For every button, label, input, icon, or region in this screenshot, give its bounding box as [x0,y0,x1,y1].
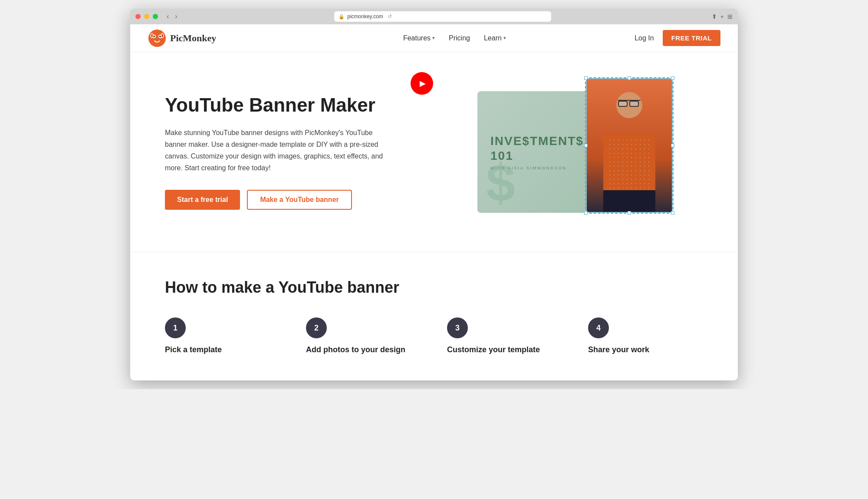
glasses-right-lens [629,101,639,107]
nav-features[interactable]: Features ▾ [403,34,435,42]
svg-point-0 [148,30,166,47]
close-window-button[interactable] [135,14,141,19]
hero-description: Make stunning YouTube banner designs wit… [165,127,391,174]
step-4: 4 Share your work [588,317,703,354]
step-3: 3 Customize your template [447,317,562,354]
minimize-window-button[interactable] [144,14,149,19]
svg-point-6 [161,33,164,38]
start-free-trial-button[interactable]: Start a free trial [165,190,240,210]
features-chevron-icon: ▾ [432,35,435,41]
steps-row: 1 Pick a template 2 Add photos to your d… [165,317,703,354]
page-content: PicMonkey Features ▾ Pricing Learn ▾ Log… [130,24,738,380]
logo-icon [148,29,167,48]
browser-window: ‹ › 🔒 picmonkey.com ↺ ⬆ + ⊞ [130,9,738,380]
hero-title: YouTube Banner Maker [165,94,391,116]
step-2: 2 Add photos to your design [306,317,421,354]
step-label-3: Customize your template [447,345,540,354]
maximize-window-button[interactable] [153,14,158,19]
step-number-3: 3 [447,317,468,338]
shirt-pattern [608,138,651,190]
share-button[interactable]: ⬆ [712,13,717,20]
person-cutout [586,78,673,213]
login-button[interactable]: Log In [635,34,654,42]
open-tabs-button[interactable]: ⊞ [727,13,733,20]
how-to-title: How to make a YouTube banner [165,278,703,297]
svg-point-5 [151,33,153,38]
step-label-1: Pick a template [165,345,222,354]
youtube-play-icon: ▶ [420,79,426,88]
reload-icon[interactable]: ↺ [388,13,392,20]
browser-titlebar: ‹ › 🔒 picmonkey.com ↺ ⬆ + ⊞ [130,9,738,24]
glasses-left-lens [618,101,628,107]
person-glasses [618,100,641,106]
banner-mockup: INVE$TMENT$ 101 WITH AISIA SIMMONDSON $ [477,91,660,213]
person-shirt [603,134,655,195]
browser-nav-controls: ‹ › [165,12,179,21]
nav-links: Features ▾ Pricing Learn ▾ [403,34,506,42]
how-to-section: How to make a YouTube banner 1 Pick a te… [130,252,738,380]
hero-visual: ▶ INVE$TMENT$ 101 WITH AISIA SIMMONDSON … [417,78,720,226]
security-icon: 🔒 [339,14,345,20]
learn-chevron-icon: ▾ [503,35,506,41]
logo-text: PicMonkey [170,33,216,44]
banner-dollar-bg: $ [486,156,515,208]
hero-buttons: Start a free trial Make a YouTube banner [165,190,391,210]
step-label-4: Share your work [588,345,649,354]
nav-actions: Log In FREE TRIAL [635,30,720,46]
step-number-1: 1 [165,317,186,338]
person-figure [587,79,672,212]
step-number-4: 4 [588,317,609,338]
browser-action-buttons: ⬆ + ⊞ [712,13,733,20]
step-1: 1 Pick a template [165,317,280,354]
step-label-2: Add photos to your design [306,345,405,354]
navbar: PicMonkey Features ▾ Pricing Learn ▾ Log… [130,24,738,52]
nav-learn[interactable]: Learn ▾ [484,34,506,42]
forward-button[interactable]: › [173,12,179,21]
hero-content: YouTube Banner Maker Make stunning YouTu… [165,94,391,209]
logo-link[interactable]: PicMonkey [148,29,216,48]
new-tab-button[interactable]: + [720,13,724,20]
step-number-2: 2 [306,317,327,338]
hero-section: YouTube Banner Maker Make stunning YouTu… [130,52,738,252]
nav-pricing[interactable]: Pricing [449,34,470,42]
back-button[interactable]: ‹ [165,12,171,21]
free-trial-button[interactable]: FREE TRIAL [663,30,720,46]
url-display: picmonkey.com [347,13,383,20]
person-pants [603,190,655,212]
address-bar[interactable]: 🔒 picmonkey.com ↺ [334,11,551,22]
make-youtube-banner-button[interactable]: Make a YouTube banner [247,190,352,210]
youtube-icon-badge: ▶ [411,72,433,95]
